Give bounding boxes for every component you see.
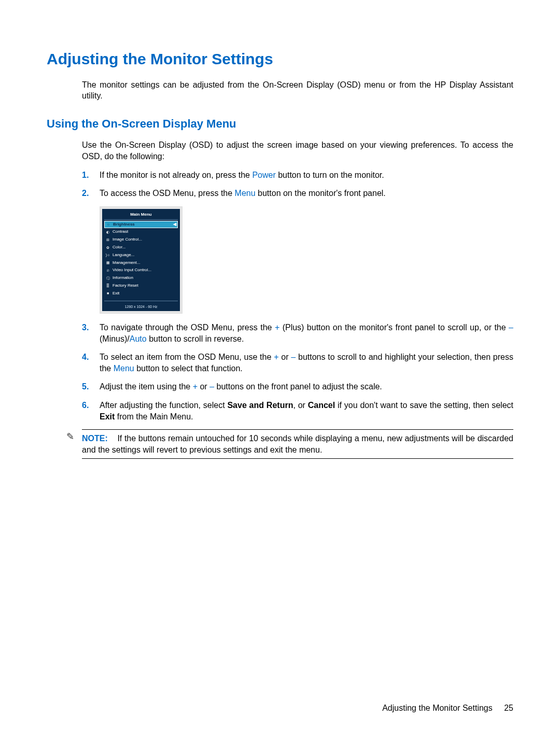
text: To navigate through the OSD Menu, press … — [100, 323, 275, 332]
step-number: 6. — [82, 400, 100, 411]
osd-item-label: Image Control... — [113, 237, 142, 243]
text: , or — [293, 401, 307, 410]
brightness-icon: ☼ — [106, 222, 111, 227]
step-text: After adjusting the function, select Sav… — [100, 400, 513, 422]
note-text: If the buttons remain untouched for 10 s… — [82, 434, 513, 454]
video-input-icon: ⎚ — [105, 268, 110, 273]
text: button to select that function. — [134, 364, 243, 373]
factory-reset-icon: ≣ — [105, 284, 110, 288]
cancel-bold: Cancel — [308, 401, 335, 410]
note-label: NOTE: — [82, 434, 108, 443]
step-number: 4. — [82, 352, 100, 363]
step-text: If the monitor is not already on, press … — [100, 170, 513, 181]
note-icon: ✎ — [66, 432, 74, 441]
minus-keyword: – — [209, 382, 214, 391]
ordered-steps-cont: 3. To navigate through the OSD Menu, pre… — [82, 322, 513, 422]
step-1: 1. If the monitor is not already on, pre… — [82, 170, 513, 181]
lead-paragraph: Use the On-Screen Display (OSD) to adjus… — [82, 139, 513, 162]
osd-resolution: 1280 x 1024 - 60 Hz — [104, 301, 178, 309]
note-block: ✎ NOTE: If the buttons remain untouched … — [82, 429, 513, 459]
osd-frame: Main Menu ☼ Brightness ◀ ◐Contrast ⊞Imag… — [100, 206, 183, 314]
step-2: 2. To access the OSD Menu, press the Men… — [82, 188, 513, 199]
text: if you don't want to save the setting, t… — [335, 401, 513, 410]
page-number: 25 — [504, 704, 513, 712]
osd-item-label: Factory Reset — [113, 283, 138, 289]
text: If the monitor is not already on, press … — [100, 171, 252, 179]
exit-bold: Exit — [100, 412, 115, 421]
step-5: 5. Adjust the item using the + or – butt… — [82, 381, 513, 392]
power-keyword: Power — [252, 171, 275, 179]
information-icon: ⓘ — [105, 276, 110, 280]
auto-keyword: Auto — [130, 334, 147, 343]
text: Adjust the item using the — [100, 382, 193, 391]
page-footer: Adjusting the Monitor Settings 25 — [382, 702, 513, 714]
step-3: 3. To navigate through the OSD Menu, pre… — [82, 322, 513, 344]
step-text: Adjust the item using the + or – buttons… — [100, 381, 513, 392]
text: To select an item from the OSD Menu, use… — [100, 353, 274, 361]
text: After adjusting the function, select — [100, 401, 227, 410]
text: or — [278, 353, 291, 361]
step-text: To access the OSD Menu, press the Menu b… — [100, 188, 513, 199]
osd-item: )☼Language... — [104, 251, 178, 259]
ordered-steps: 1. If the monitor is not already on, pre… — [82, 170, 513, 199]
text: button to turn on the monitor. — [276, 171, 384, 179]
osd-item-label: Exit — [113, 291, 119, 297]
step-number: 3. — [82, 322, 100, 333]
exit-icon: ■ — [105, 291, 110, 296]
osd-panel: Main Menu ☼ Brightness ◀ ◐Contrast ⊞Imag… — [102, 209, 180, 311]
plus-keyword: + — [275, 323, 279, 332]
step-number: 1. — [82, 170, 100, 181]
text: buttons on the front panel to adjust the… — [214, 382, 382, 391]
osd-item: ≣Factory Reset — [104, 282, 178, 290]
intro-paragraph: The monitor settings can be adjusted fro… — [82, 79, 513, 102]
osd-item-label: Brightness — [113, 222, 135, 228]
text: or — [198, 382, 209, 391]
osd-item-label: Management... — [113, 260, 140, 266]
step-4: 4. To select an item from the OSD Menu, … — [82, 352, 513, 374]
save-and-return-bold: Save and Return — [227, 401, 293, 410]
osd-item: ✿Color... — [104, 244, 178, 251]
osd-title: Main Menu — [104, 212, 178, 220]
osd-item: ◐Contrast — [104, 228, 178, 236]
osd-item-label: Video Input Control... — [113, 268, 151, 273]
footer-section: Adjusting the Monitor Settings — [382, 704, 493, 712]
image-control-icon: ⊞ — [105, 237, 110, 242]
osd-item-label: Contrast — [113, 229, 128, 235]
osd-item-label: Color... — [113, 245, 125, 250]
minus-keyword: – — [291, 353, 296, 361]
color-icon: ✿ — [105, 245, 110, 250]
osd-item-selected: ☼ Brightness ◀ — [104, 221, 178, 229]
osd-item: ⊞Image Control... — [104, 236, 178, 244]
pointer-icon: ◀ — [173, 222, 176, 228]
osd-item: ⓘInformation — [104, 274, 178, 282]
heading-1: Adjusting the Monitor Settings — [47, 49, 513, 70]
text: button on the monitor's front panel. — [256, 189, 386, 198]
osd-screenshot: Main Menu ☼ Brightness ◀ ◐Contrast ⊞Imag… — [100, 206, 513, 314]
plus-keyword: + — [193, 382, 198, 391]
osd-item-label: Language... — [113, 252, 134, 258]
heading-2: Using the On-Screen Display Menu — [47, 116, 513, 132]
menu-keyword: Menu — [114, 364, 134, 373]
step-number: 5. — [82, 381, 100, 392]
osd-item: ▦Management... — [104, 259, 178, 267]
document-page: Adjusting the Monitor Settings The monit… — [0, 0, 560, 745]
text: To access the OSD Menu, press the — [100, 189, 235, 198]
text: (Minus)/ — [100, 334, 130, 343]
text: button to scroll in reverse. — [147, 334, 244, 343]
step-number: 2. — [82, 188, 100, 199]
menu-keyword: Menu — [235, 189, 256, 198]
step-text: To select an item from the OSD Menu, use… — [100, 352, 513, 374]
osd-item-label: Information — [113, 275, 133, 281]
minus-keyword: – — [509, 323, 513, 332]
osd-item: ⎚Video Input Control... — [104, 266, 178, 274]
contrast-icon: ◐ — [105, 230, 110, 234]
text: (Plus) button on the monitor's front pan… — [279, 323, 509, 332]
management-icon: ▦ — [105, 260, 110, 265]
step-text: To navigate through the OSD Menu, press … — [100, 322, 513, 344]
osd-item: ■Exit — [104, 290, 178, 298]
language-icon: )☼ — [105, 252, 110, 257]
step-6: 6. After adjusting the function, select … — [82, 400, 513, 422]
text: from the Main Menu. — [115, 412, 193, 421]
